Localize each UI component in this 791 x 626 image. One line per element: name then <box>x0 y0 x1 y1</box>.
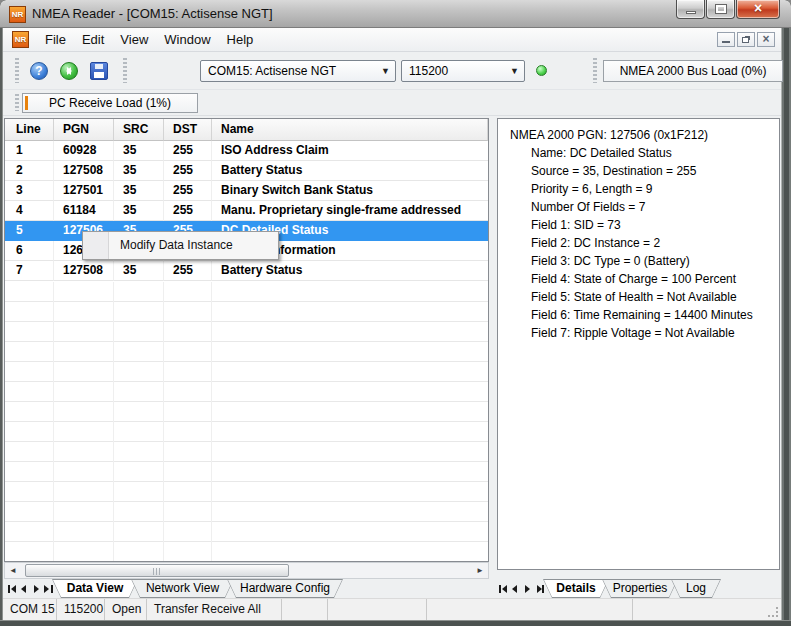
pgn-details: NMEA 2000 PGN: 127506 (0x1F212) Name: DC… <box>497 118 780 570</box>
menu-file[interactable]: File <box>37 29 74 51</box>
connection-status-led-icon <box>536 65 547 76</box>
pgn-detail-line: Number Of Fields = 7 <box>510 198 775 216</box>
scroll-left-icon[interactable]: ◄ <box>5 563 21 578</box>
tab-prev-icon[interactable] <box>511 584 520 593</box>
cell-line: 6 <box>5 241 54 261</box>
tab-first-icon[interactable] <box>499 584 508 593</box>
menu-bar: NR File Edit View Window Help × <box>3 28 781 52</box>
mdi-close-button[interactable]: × <box>757 32 775 47</box>
table-row[interactable]: 3 127501 35 255 Binary Switch Bank Statu… <box>5 181 488 201</box>
pgn-detail-line: Field 5: State of Health = Not Available <box>510 288 775 306</box>
cell-pgn: 127501 <box>54 181 114 201</box>
save-icon[interactable] <box>90 62 108 80</box>
column-header-dst[interactable]: DST <box>164 119 212 141</box>
com-port-select[interactable]: COM15: Actisense NGT ▼ <box>200 60 396 82</box>
cell-line: 4 <box>5 201 54 221</box>
tab-next-icon[interactable] <box>523 584 532 593</box>
menu-item-modify-data-instance[interactable]: Modify Data Instance <box>110 232 278 259</box>
column-header-pgn[interactable]: PGN <box>54 119 114 141</box>
application-window: NR NMEA Reader - [COM15: Actisense NGT] … <box>0 0 791 626</box>
cell-line: 7 <box>5 261 54 281</box>
cell-pgn: 127508 <box>54 261 114 281</box>
menu-view[interactable]: View <box>112 29 156 51</box>
mdi-minimize-button[interactable] <box>717 32 735 47</box>
menu-edit[interactable]: Edit <box>74 29 112 51</box>
maximize-button[interactable] <box>706 0 735 19</box>
tab-last-icon[interactable] <box>535 584 544 593</box>
pgn-details-title: NMEA 2000 PGN: 127506 (0x1F212) <box>510 126 775 144</box>
transfer-icon[interactable] <box>60 62 78 80</box>
column-header-name[interactable]: Name <box>212 119 488 141</box>
chevron-down-icon: ▼ <box>510 61 519 81</box>
menu-window[interactable]: Window <box>156 29 218 51</box>
cell-src: 35 <box>114 261 164 281</box>
horizontal-scrollbar[interactable]: ◄ ► <box>4 562 489 579</box>
toolbar-gripper[interactable] <box>123 58 127 83</box>
close-button[interactable]: × <box>736 0 780 19</box>
status-empty-cell <box>427 599 633 620</box>
client-area: NR File Edit View Window Help × ? COM15:… <box>3 28 781 620</box>
tab-next-icon[interactable] <box>32 584 41 593</box>
pgn-detail-line: Field 4: State of Charge = 100 Percent <box>510 270 775 288</box>
cell-line: 1 <box>5 141 54 161</box>
status-bar: COM 15 115200 Open Transfer Receive All <box>3 598 781 620</box>
table-row[interactable]: 2 127508 35 255 Battery Status <box>5 161 488 181</box>
menu-help[interactable]: Help <box>219 29 262 51</box>
com-port-value: COM15: Actisense NGT <box>208 64 336 78</box>
scroll-right-icon[interactable]: ► <box>472 563 488 578</box>
cell-dst: 255 <box>164 201 212 221</box>
cell-src: 35 <box>114 201 164 221</box>
cell-dst: 255 <box>164 181 212 201</box>
toolbar-gripper[interactable] <box>15 58 19 83</box>
tab-network-view[interactable]: Network View <box>131 579 234 598</box>
table-empty-area <box>5 282 488 561</box>
chevron-down-icon: ▼ <box>381 61 390 81</box>
mdi-child-icon[interactable]: NR <box>12 31 29 48</box>
scrollbar-thumb[interactable] <box>25 564 289 577</box>
help-icon[interactable]: ? <box>30 62 48 80</box>
context-menu: Modify Data Instance <box>82 231 279 260</box>
tab-details[interactable]: Details <box>543 579 609 598</box>
tab-last-icon[interactable] <box>44 584 53 593</box>
tab-data-view[interactable]: Data View <box>52 579 138 598</box>
window-frame-bottom <box>0 620 791 626</box>
tab-properties[interactable]: Properties <box>602 579 678 598</box>
column-header-src[interactable]: SRC <box>114 119 164 141</box>
window-title: NMEA Reader - [COM15: Actisense NGT] <box>32 0 273 27</box>
toolbar-gripper[interactable] <box>15 94 19 111</box>
tab-hardware-config[interactable]: Hardware Config <box>227 579 343 598</box>
tab-nav-buttons <box>4 579 59 598</box>
table-row[interactable]: 7 127508 35 255 Battery Status <box>5 261 488 281</box>
tab-first-icon[interactable] <box>8 584 17 593</box>
mdi-restore-button[interactable] <box>737 32 755 47</box>
pc-receive-load-indicator: PC Receive Load (1%) <box>22 93 198 113</box>
baud-rate-value: 115200 <box>409 64 448 78</box>
status-empty-cell <box>328 599 427 620</box>
toolbar-gripper[interactable] <box>593 58 597 83</box>
status-com-port: COM 15 <box>3 599 57 620</box>
cell-pgn: 60928 <box>54 141 114 161</box>
pgn-detail-line: Priority = 6, Length = 9 <box>510 180 775 198</box>
status-transfer-mode: Transfer Receive All <box>147 599 282 620</box>
cell-src: 35 <box>114 181 164 201</box>
tab-prev-icon[interactable] <box>20 584 29 593</box>
minimize-button[interactable] <box>676 0 705 19</box>
table-row[interactable]: 1 60928 35 255 ISO Address Claim <box>5 141 488 161</box>
pgn-detail-line: Name: DC Detailed Status <box>510 144 775 162</box>
caption-buttons: × <box>676 0 780 19</box>
pgn-detail-line: Field 3: DC Type = 0 (Battery) <box>510 252 775 270</box>
baud-rate-select[interactable]: 115200 ▼ <box>401 60 525 82</box>
progress-bar <box>25 96 28 110</box>
nmea2000-bus-load-indicator: NMEA 2000 Bus Load (0%) <box>603 60 783 82</box>
cell-name: Battery Status <box>212 161 488 181</box>
main-area: Line PGN SRC DST Name 1 60928 35 255 ISO… <box>3 116 781 598</box>
app-icon: NR <box>9 6 26 23</box>
mdi-caption-buttons: × <box>717 32 775 47</box>
tab-log[interactable]: Log <box>671 579 721 598</box>
table-header-row[interactable]: Line PGN SRC DST Name <box>5 119 488 141</box>
title-bar[interactable]: NR NMEA Reader - [COM15: Actisense NGT] … <box>0 0 791 28</box>
pgn-detail-line: Field 1: SID = 73 <box>510 216 775 234</box>
table-row[interactable]: 4 61184 35 255 Manu. Proprietary single-… <box>5 201 488 221</box>
column-header-line[interactable]: Line <box>5 119 54 141</box>
resize-grip[interactable] <box>768 607 778 617</box>
